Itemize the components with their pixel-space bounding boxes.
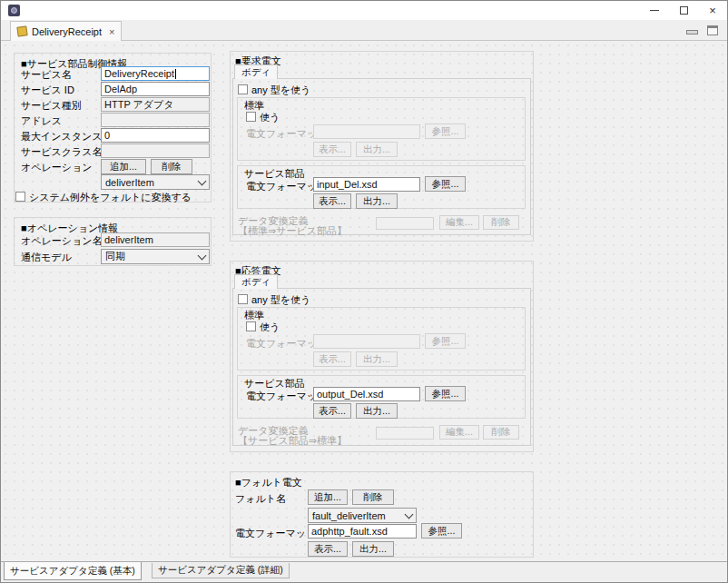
request-standard-show-button: 表示...: [313, 142, 351, 157]
service-name-label: サービス名: [21, 68, 72, 82]
request-servicepart-title: サービス部品: [244, 167, 305, 181]
fault-name-label: フォルト名: [235, 492, 286, 506]
fault-format-field[interactable]: adphttp_fault.xsd: [308, 524, 417, 539]
tab-adapter-detail[interactable]: サービスアダプタ定義 (詳細): [152, 563, 290, 578]
request-transform-edit-button: 編集...: [439, 215, 479, 230]
service-name-field[interactable]: DeliveryReceipt: [101, 66, 210, 81]
adapter-icon: [16, 25, 27, 36]
response-servicepart-format-field[interactable]: output_Del.xsd: [313, 387, 420, 401]
response-servicepart-output-button[interactable]: 出力...: [356, 403, 398, 419]
response-servicepart-title: サービス部品: [244, 377, 305, 390]
request-any-checkbox-label: any 型を使う: [251, 84, 310, 97]
request-standard-use-checkbox[interactable]: [246, 112, 256, 122]
maximize-icon: [680, 6, 688, 15]
response-standard-show-button: 表示...: [313, 351, 351, 367]
max-instances-field[interactable]: 0: [101, 128, 210, 143]
address-field: [101, 113, 210, 127]
close-icon: ×: [709, 5, 716, 16]
response-transform-field: [376, 427, 434, 440]
response-transform-delete-button: 削除: [483, 425, 519, 440]
tab-delivery-receipt[interactable]: DeliveryReceipt ×: [10, 21, 122, 41]
response-standard-output-button: 出力...: [356, 351, 398, 367]
request-transform-field: [376, 217, 434, 230]
operation-selected-value: deliverItem: [105, 177, 154, 188]
operation-label: オペレーション: [21, 161, 93, 174]
service-id-value: DelAdp: [104, 84, 137, 94]
editor-tab-label: DeliveryReceipt: [32, 26, 102, 37]
response-standard-browse-button: 参照...: [425, 333, 466, 349]
chevron-down-icon: [198, 176, 207, 185]
response-any-checkbox[interactable]: [238, 294, 248, 304]
request-transform-delete-button: 削除: [483, 215, 519, 230]
operation-name-value: deliverItem: [104, 234, 153, 245]
operation-add-button[interactable]: 追加...: [101, 159, 146, 174]
comm-model-select[interactable]: 同期: [101, 249, 210, 264]
response-standard-use-checkbox[interactable]: [246, 321, 256, 331]
service-type-value: HTTP アダプタ: [104, 98, 174, 112]
request-any-checkbox[interactable]: [238, 84, 248, 94]
fault-browse-button[interactable]: 参照...: [421, 523, 462, 539]
operation-name-label: オペレーション名: [21, 234, 103, 248]
tab-adapter-basic-label: サービスアダプタ定義 (基本): [10, 565, 135, 578]
tab-adapter-basic[interactable]: サービスアダプタ定義 (基本): [4, 562, 142, 580]
fault-title: ■フォルト電文: [235, 476, 302, 489]
service-class-field: [101, 143, 210, 158]
address-label: アドレス: [21, 114, 62, 128]
max-instances-label: 最大インスタンス数: [21, 130, 113, 143]
fault-add-button[interactable]: 追加...: [308, 489, 348, 505]
response-standard-format-field: [313, 334, 420, 349]
app-window: × DeliveryReceipt × ■サービス部品制御情報 サービス名 De…: [0, 0, 728, 583]
request-servicepart-browse-button[interactable]: 参照...: [425, 176, 466, 192]
app-icon: [8, 5, 20, 16]
title-bar: ×: [1, 1, 727, 20]
request-servicepart-format-field[interactable]: input_Del.xsd: [313, 177, 420, 192]
tab-close-icon[interactable]: ×: [109, 26, 114, 37]
window-close-button[interactable]: ×: [698, 1, 727, 20]
request-transform-label-line2: 【標準⇒サービス部品】: [238, 224, 347, 238]
max-instances-value: 0: [104, 130, 110, 141]
window-minimize-button[interactable]: [640, 1, 669, 20]
response-standard-use-label: 使う: [260, 321, 280, 334]
response-body-tab-label: ボディ: [241, 276, 271, 289]
tab-adapter-detail-label: サービスアダプタ定義 (詳細): [158, 564, 283, 577]
fault-selected-value: fault_deliverItem: [312, 510, 386, 521]
minimize-icon: [650, 10, 659, 11]
operation-select[interactable]: deliverItem: [101, 174, 210, 190]
operation-remove-button[interactable]: 削除: [151, 159, 192, 174]
fault-format-label: 電文フォーマット: [235, 527, 316, 540]
response-body-tab[interactable]: ボディ: [234, 274, 278, 289]
service-type-label: サービス種別: [21, 99, 82, 113]
fault-format-value: adphttp_fault.xsd: [311, 526, 388, 537]
service-id-label: サービス ID: [21, 84, 74, 97]
convert-fault-checkbox[interactable]: [15, 192, 25, 202]
request-servicepart-show-button[interactable]: 表示...: [313, 193, 351, 209]
text-caret: [175, 69, 176, 79]
request-standard-format-field: [313, 124, 420, 139]
fault-show-button[interactable]: 表示...: [308, 541, 348, 557]
editor-canvas: ■サービス部品制御情報 サービス名 DeliveryReceipt サービス I…: [1, 41, 727, 563]
request-standard-use-label: 使う: [260, 111, 280, 124]
request-body-tab-label: ボディ: [241, 66, 271, 79]
comm-model-value: 同期: [105, 250, 125, 263]
service-class-label: サービスクラス名: [21, 145, 103, 159]
response-transform-label-line2: 【サービス部品⇒標準】: [238, 434, 347, 448]
response-transform-edit-button: 編集...: [439, 425, 479, 440]
request-body-tab[interactable]: ボディ: [234, 64, 278, 79]
maximize-view-icon[interactable]: [707, 25, 718, 35]
request-servicepart-format-value: input_Del.xsd: [317, 179, 378, 190]
fault-output-button[interactable]: 出力...: [352, 541, 394, 557]
fault-remove-button[interactable]: 削除: [352, 489, 394, 505]
fault-name-select[interactable]: fault_deliverItem: [308, 508, 417, 523]
request-servicepart-output-button[interactable]: 出力...: [356, 193, 398, 209]
comm-model-label: 通信モデル: [21, 251, 72, 264]
window-maximize-button[interactable]: [669, 1, 698, 20]
response-servicepart-browse-button[interactable]: 参照...: [425, 386, 466, 401]
response-servicepart-show-button[interactable]: 表示...: [313, 403, 351, 419]
minimize-view-icon[interactable]: [686, 30, 698, 35]
editor-tab-strip: DeliveryReceipt ×: [1, 20, 727, 41]
response-servicepart-format-value: output_Del.xsd: [317, 389, 383, 400]
service-id-field[interactable]: DelAdp: [101, 82, 210, 96]
request-standard-browse-button: 参照...: [425, 124, 466, 139]
bottom-tab-strip: サービスアダプタ定義 (基本) サービスアダプタ定義 (詳細): [1, 561, 727, 582]
response-any-checkbox-label: any 型を使う: [251, 293, 310, 307]
